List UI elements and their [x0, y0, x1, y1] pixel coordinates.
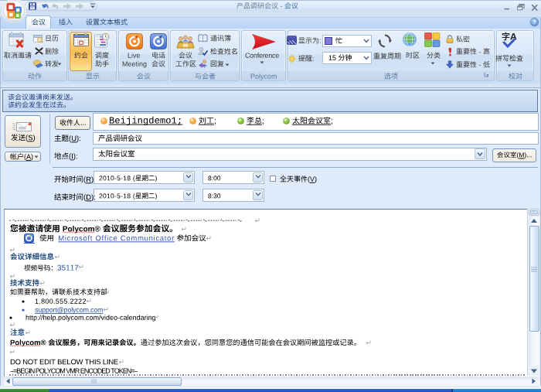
svg-text:?: ? [532, 19, 536, 26]
